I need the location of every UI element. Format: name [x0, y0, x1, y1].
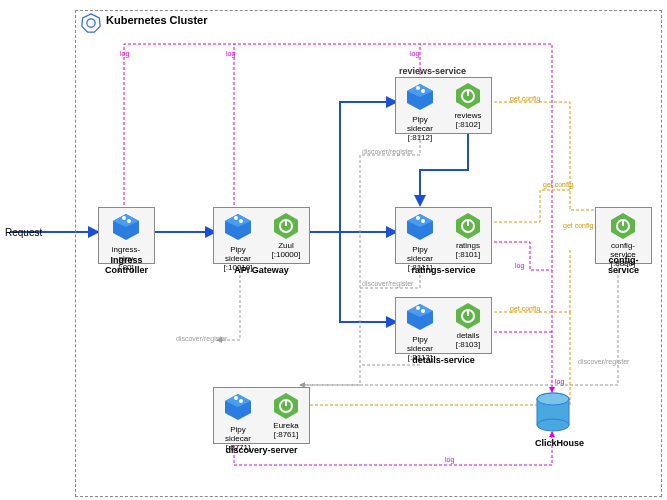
- discovery-sidecar: Pipy sidecar[:8771]: [220, 392, 256, 452]
- svg-point-23: [416, 86, 420, 90]
- details-label: details-service: [396, 355, 491, 365]
- svg-point-38: [421, 309, 425, 313]
- getconfig-label: get config: [543, 181, 573, 188]
- ingress-controller: ingress-pipy[:80] Ingress Controller: [98, 207, 155, 264]
- ratings-service: Pipy sidecar[:8111] ratings[:8101] ratin…: [395, 207, 492, 264]
- config-service: config-service[:8888] config-service: [595, 207, 652, 264]
- svg-point-24: [421, 89, 425, 93]
- power-icon: [609, 212, 637, 240]
- cluster-title: Kubernetes Cluster: [106, 14, 207, 26]
- kubernetes-icon: [81, 13, 101, 33]
- log-label: log: [120, 50, 129, 57]
- cube-icon: [223, 392, 253, 422]
- svg-point-13: [127, 219, 131, 223]
- details-app: details[:8103]: [450, 302, 486, 350]
- svg-point-54: [537, 419, 569, 431]
- reviews-service: reviews-service Pipy sidecar[:8112] revi…: [395, 77, 492, 134]
- k8s-cluster: Kubernetes Cluster: [75, 10, 662, 497]
- svg-point-31: [421, 219, 425, 223]
- clickhouse-db: ClickHouse: [535, 392, 571, 434]
- config-label: config-service: [596, 255, 651, 275]
- ingress-label: Ingress Controller: [99, 255, 154, 275]
- cube-icon: [405, 302, 435, 332]
- svg-point-30: [416, 216, 420, 220]
- cube-icon: [405, 82, 435, 112]
- log-label: log: [555, 378, 564, 385]
- svg-point-37: [416, 306, 420, 310]
- power-icon: [454, 302, 482, 330]
- eureka-node: Eureka[:8761]: [268, 392, 304, 440]
- svg-point-48: [239, 399, 243, 403]
- log-label: log: [445, 456, 454, 463]
- details-service: Pipy sidecar[:8113] details[:8103] detai…: [395, 297, 492, 354]
- cube-icon: [223, 212, 253, 242]
- discover-label: discover/register: [176, 335, 227, 342]
- svg-point-16: [234, 216, 238, 220]
- ratings-app: ratings[:8101]: [450, 212, 486, 260]
- details-sidecar: Pipy sidecar[:8113]: [402, 302, 438, 362]
- svg-point-55: [537, 393, 569, 405]
- ratings-label: ratings-service: [396, 265, 491, 275]
- request-label: Request: [5, 227, 42, 238]
- gateway-label: API Gateway: [214, 265, 309, 275]
- svg-point-9: [87, 19, 95, 27]
- svg-point-12: [122, 216, 126, 220]
- database-icon: [535, 392, 571, 434]
- clickhouse-label: ClickHouse: [535, 438, 571, 448]
- power-icon: [454, 82, 482, 110]
- discovery-label: discovery-server: [214, 445, 309, 455]
- getconfig-label: get config: [563, 222, 593, 229]
- log-label: log: [226, 50, 235, 57]
- getconfig-label: get config: [510, 95, 540, 102]
- discover-label: discover/register: [362, 148, 413, 155]
- ratings-sidecar: Pipy sidecar[:8111]: [402, 212, 438, 272]
- reviews-title: reviews-service: [399, 66, 466, 76]
- api-gateway: Pipy sidecar[:10010] Zuul[:10000] API Ga…: [213, 207, 310, 264]
- power-icon: [272, 392, 300, 420]
- log-label: log: [410, 50, 419, 57]
- cube-icon: [111, 212, 141, 242]
- discover-label: discover/register: [362, 280, 413, 287]
- power-icon: [454, 212, 482, 240]
- gateway-sidecar: Pipy sidecar[:10010]: [220, 212, 256, 272]
- svg-marker-8: [82, 14, 100, 32]
- reviews-sidecar: Pipy sidecar[:8112]: [402, 82, 438, 142]
- discovery-server: Pipy sidecar[:8771] Eureka[:8761] discov…: [213, 387, 310, 444]
- svg-point-17: [239, 219, 243, 223]
- log-label: log: [515, 262, 524, 269]
- cube-icon: [405, 212, 435, 242]
- reviews-app: reviews[:8102]: [450, 82, 486, 130]
- power-icon: [272, 212, 300, 240]
- svg-point-47: [234, 396, 238, 400]
- discover-label: discover/register: [578, 358, 629, 365]
- zuul-node: Zuul[:10000]: [268, 212, 304, 260]
- getconfig-label: get config: [510, 305, 540, 312]
